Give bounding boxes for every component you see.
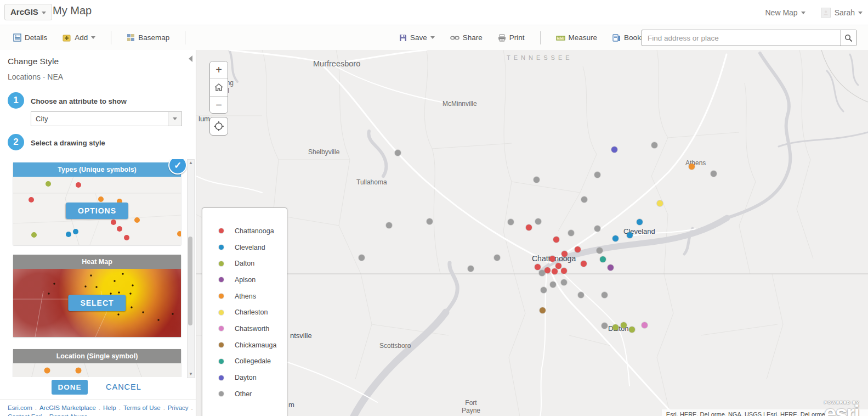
map-point[interactable] bbox=[581, 261, 587, 267]
legend-swatch-icon bbox=[219, 228, 224, 233]
header: ArcGIS My Map New Map Sarah bbox=[0, 0, 868, 25]
style-card-types[interactable]: Types (Unique symbols) bbox=[13, 162, 181, 245]
map-point[interactable] bbox=[575, 246, 581, 252]
map-point[interactable] bbox=[535, 264, 541, 270]
done-button[interactable]: DONE bbox=[52, 380, 88, 395]
map-point[interactable] bbox=[594, 226, 600, 232]
map-point[interactable] bbox=[597, 248, 603, 254]
map-point[interactable] bbox=[561, 268, 567, 274]
legend: ChattanoogaClevelandDaltonApisonAthensCh… bbox=[202, 207, 287, 416]
map-point[interactable] bbox=[427, 218, 433, 224]
basemap-graphics bbox=[196, 50, 868, 416]
chevron-down-icon bbox=[801, 12, 805, 14]
options-button[interactable]: OPTIONS bbox=[66, 203, 128, 219]
footer-link[interactable]: Privacy bbox=[168, 404, 189, 411]
map-point[interactable] bbox=[508, 219, 514, 225]
map-point[interactable] bbox=[612, 324, 619, 330]
locate-button[interactable] bbox=[209, 117, 228, 136]
footer-link[interactable]: Contact Esri bbox=[8, 413, 42, 416]
details-button[interactable]: Details bbox=[13, 33, 47, 42]
share-button[interactable]: Share bbox=[450, 33, 483, 42]
map-point[interactable] bbox=[600, 256, 606, 262]
map-point[interactable] bbox=[534, 177, 540, 183]
map-point[interactable] bbox=[535, 218, 541, 224]
panel-title: Change Style bbox=[8, 57, 59, 66]
map-point[interactable] bbox=[594, 172, 600, 178]
user-menu[interactable]: Sarah bbox=[835, 8, 863, 17]
style-card-heatmap[interactable]: Heat Map bbox=[13, 255, 181, 337]
measure-button[interactable]: Measure bbox=[556, 33, 598, 42]
map-point[interactable] bbox=[468, 266, 474, 272]
map-point[interactable] bbox=[359, 255, 365, 261]
map-point[interactable] bbox=[642, 322, 648, 328]
scroll-down-icon[interactable]: ▼ bbox=[188, 371, 194, 378]
search-input[interactable] bbox=[642, 30, 841, 46]
footer-link[interactable]: ArcGIS Marketplace bbox=[39, 404, 96, 411]
legend-item: Chattanooga bbox=[202, 223, 287, 239]
arcgis-logo-menu[interactable]: ArcGIS bbox=[4, 4, 52, 20]
footer-link[interactable]: Esri.com bbox=[8, 404, 32, 411]
save-button[interactable]: Save bbox=[399, 33, 435, 42]
map-canvas[interactable]: MurfreesboroTENNESSEEMcMinnvilleShelbyvi… bbox=[196, 50, 868, 416]
map-point[interactable] bbox=[544, 267, 551, 273]
map-point[interactable] bbox=[581, 196, 587, 203]
map-point[interactable] bbox=[637, 219, 643, 225]
map-point[interactable] bbox=[539, 270, 545, 276]
cancel-button[interactable]: CANCEL bbox=[106, 383, 141, 391]
map-point[interactable] bbox=[711, 171, 717, 177]
toolbar: Details Add Basemap Save Share bbox=[0, 25, 868, 50]
map-label: Murfreesboro bbox=[313, 59, 360, 68]
map-point[interactable] bbox=[627, 232, 633, 238]
search-button[interactable] bbox=[841, 30, 856, 46]
map-attribution: Esri, HERE, DeLorme, NGA, USGS | Esri, H… bbox=[662, 409, 868, 416]
footer-link[interactable]: Terms of Use bbox=[123, 404, 161, 411]
map-point[interactable] bbox=[526, 224, 532, 231]
style-card-location[interactable]: Location (Single symbol) bbox=[13, 349, 181, 377]
legend-swatch-icon bbox=[219, 326, 224, 331]
zoom-out-button[interactable]: − bbox=[210, 96, 228, 113]
select-dropdown-button[interactable] bbox=[168, 112, 181, 126]
map-point[interactable] bbox=[651, 142, 657, 148]
map-point[interactable] bbox=[602, 323, 608, 329]
map-point[interactable] bbox=[561, 279, 567, 285]
step-2-badge: 2 bbox=[8, 134, 24, 150]
select-button[interactable]: SELECT bbox=[68, 295, 126, 311]
map-point[interactable] bbox=[578, 292, 584, 298]
zoom-in-button[interactable]: + bbox=[210, 61, 228, 78]
map-point[interactable] bbox=[612, 235, 619, 241]
map-point[interactable] bbox=[608, 265, 614, 271]
measure-icon bbox=[556, 34, 565, 42]
map-point[interactable] bbox=[689, 164, 695, 170]
attribute-select[interactable]: City bbox=[31, 111, 182, 126]
map-point[interactable] bbox=[550, 282, 556, 288]
chevron-down-icon bbox=[173, 117, 177, 120]
map-point[interactable] bbox=[621, 322, 627, 328]
map-point[interactable] bbox=[494, 255, 500, 261]
map-point[interactable] bbox=[541, 287, 547, 293]
map-point[interactable] bbox=[395, 150, 401, 156]
map-point[interactable] bbox=[555, 263, 561, 269]
map-point[interactable] bbox=[552, 268, 558, 274]
map-point[interactable] bbox=[629, 327, 635, 333]
scroll-up-icon[interactable]: ▲ bbox=[188, 160, 194, 166]
map-point[interactable] bbox=[386, 222, 392, 228]
legend-swatch-icon bbox=[219, 375, 224, 380]
map-point[interactable] bbox=[561, 251, 568, 257]
new-map-menu[interactable]: New Map bbox=[765, 8, 805, 17]
legend-item: Apison bbox=[202, 272, 287, 288]
scrollbar-thumb[interactable] bbox=[188, 237, 192, 325]
map-point[interactable] bbox=[568, 230, 574, 236]
map-point[interactable] bbox=[553, 237, 559, 243]
basemap-button[interactable]: Basemap bbox=[127, 33, 169, 42]
footer-link[interactable]: Help bbox=[103, 404, 116, 411]
map-point[interactable] bbox=[657, 200, 663, 206]
map-point[interactable] bbox=[549, 256, 555, 262]
footer-link[interactable]: Report Abuse bbox=[49, 413, 88, 416]
map-point[interactable] bbox=[602, 292, 608, 298]
collapse-panel-icon[interactable] bbox=[189, 55, 192, 62]
add-button[interactable]: Add bbox=[63, 33, 95, 42]
map-point[interactable] bbox=[540, 307, 546, 313]
print-button[interactable]: Print bbox=[498, 33, 525, 42]
map-point[interactable] bbox=[611, 147, 617, 153]
home-button[interactable] bbox=[210, 78, 228, 96]
